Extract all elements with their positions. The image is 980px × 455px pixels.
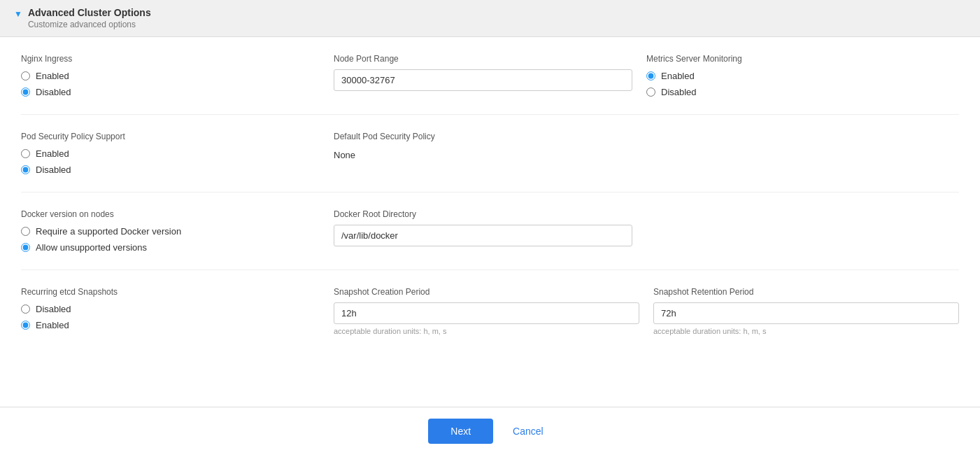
etcd-enabled-label[interactable]: Enabled xyxy=(36,320,69,330)
pod-security-enabled-label[interactable]: Enabled xyxy=(36,148,69,159)
snapshot-retention-hint: acceptable duration units: h, m, s xyxy=(653,327,959,335)
metrics-server-section: Metrics Server Monitoring Enabled Disabl… xyxy=(646,54,959,97)
nginx-ingress-radio-group: Enabled Disabled xyxy=(21,71,320,97)
pod-security-disabled-radio[interactable] xyxy=(21,165,30,174)
node-port-range-input[interactable] xyxy=(334,69,632,91)
snapshot-creation-input[interactable] xyxy=(334,302,639,324)
divider-3 xyxy=(21,270,959,270)
metrics-disabled-label[interactable]: Disabled xyxy=(661,87,697,97)
metrics-enabled-radio[interactable] xyxy=(646,71,655,80)
default-pod-security-label: Default Pod Security Policy xyxy=(334,132,632,141)
section-header: ▼ Advanced Cluster Options Customize adv… xyxy=(0,0,980,37)
etcd-disabled-radio[interactable] xyxy=(21,304,30,314)
docker-root-field: Docker Root Directory xyxy=(334,209,632,246)
section-title: Advanced Cluster Options xyxy=(28,7,151,18)
snapshot-retention-input[interactable] xyxy=(653,302,959,324)
node-port-range-section: Node Port Range xyxy=(334,54,646,97)
nginx-ingress-enabled-radio[interactable] xyxy=(21,71,30,80)
metrics-disabled-item[interactable]: Disabled xyxy=(646,87,945,97)
snapshot-creation-hint: acceptable duration units: h, m, s xyxy=(334,327,639,335)
docker-allow-radio[interactable] xyxy=(21,243,30,252)
placeholder-col-1 xyxy=(646,132,959,175)
docker-require-label[interactable]: Require a supported Docker version xyxy=(36,226,181,237)
metrics-server-label: Metrics Server Monitoring xyxy=(646,54,945,64)
footer: Next Cancel xyxy=(0,407,980,455)
docker-version-section: Docker version on nodes Require a suppor… xyxy=(21,209,334,253)
docker-require-item[interactable]: Require a supported Docker version xyxy=(21,226,320,237)
snapshot-creation-label: Snapshot Creation Period xyxy=(334,287,639,297)
page-wrapper: ▼ Advanced Cluster Options Customize adv… xyxy=(0,0,980,455)
divider-2 xyxy=(21,192,959,192)
metrics-disabled-radio[interactable] xyxy=(646,88,655,97)
etcd-disabled-item[interactable]: Disabled xyxy=(21,304,320,314)
section-subtitle: Customize advanced options xyxy=(28,20,151,29)
default-pod-security-section: Default Pod Security Policy None xyxy=(334,132,646,175)
pod-security-disabled-item[interactable]: Disabled xyxy=(21,164,320,175)
pod-security-enabled-item[interactable]: Enabled xyxy=(21,148,320,159)
etcd-enabled-item[interactable]: Enabled xyxy=(21,320,320,330)
chevron-icon: ▼ xyxy=(14,9,22,19)
cancel-button[interactable]: Cancel xyxy=(504,419,552,444)
next-button[interactable]: Next xyxy=(428,419,493,444)
row-1: Nginx Ingress Enabled Disabled Node Port… xyxy=(21,54,959,97)
nginx-ingress-enabled-label[interactable]: Enabled xyxy=(36,71,69,81)
snapshot-retention-field: Snapshot Retention Period acceptable dur… xyxy=(653,287,959,335)
nginx-ingress-section: Nginx Ingress Enabled Disabled xyxy=(21,54,334,97)
etcd-snapshots-label: Recurring etcd Snapshots xyxy=(21,287,320,297)
pod-security-radio-group: Enabled Disabled xyxy=(21,148,320,175)
default-pod-security-value: None xyxy=(334,147,632,160)
snapshot-retention-label: Snapshot Retention Period xyxy=(653,287,959,297)
nginx-ingress-enabled-item[interactable]: Enabled xyxy=(21,71,320,81)
docker-version-label: Docker version on nodes xyxy=(21,209,320,219)
main-content: Nginx Ingress Enabled Disabled Node Port… xyxy=(0,37,980,407)
metrics-enabled-item[interactable]: Enabled xyxy=(646,71,945,81)
etcd-snapshots-section: Recurring etcd Snapshots Disabled Enable… xyxy=(21,287,334,330)
docker-allow-label[interactable]: Allow unsupported versions xyxy=(36,242,147,253)
row-3: Docker version on nodes Require a suppor… xyxy=(21,209,959,253)
divider-1 xyxy=(21,114,959,115)
nginx-ingress-disabled-radio[interactable] xyxy=(21,88,30,97)
placeholder-col-2 xyxy=(646,209,959,253)
row-2: Pod Security Policy Support Enabled Disa… xyxy=(21,132,959,175)
docker-require-radio[interactable] xyxy=(21,227,30,236)
docker-root-section: Docker Root Directory xyxy=(334,209,646,253)
row-4: Recurring etcd Snapshots Disabled Enable… xyxy=(21,287,959,335)
section-header-text: Advanced Cluster Options Customize advan… xyxy=(28,7,151,29)
nginx-ingress-disabled-label[interactable]: Disabled xyxy=(36,87,71,97)
docker-root-input[interactable] xyxy=(334,225,632,246)
default-pod-security-field: Default Pod Security Policy None xyxy=(334,132,632,160)
docker-root-label: Docker Root Directory xyxy=(334,209,632,219)
etcd-disabled-label[interactable]: Disabled xyxy=(36,304,71,314)
pod-security-section: Pod Security Policy Support Enabled Disa… xyxy=(21,132,334,175)
etcd-enabled-radio[interactable] xyxy=(21,321,30,330)
metrics-server-radio-group: Enabled Disabled xyxy=(646,71,945,97)
node-port-range-label: Node Port Range xyxy=(334,54,632,64)
snapshot-fields: Snapshot Creation Period acceptable dura… xyxy=(334,287,959,335)
pod-security-enabled-radio[interactable] xyxy=(21,149,30,158)
node-port-range-field: Node Port Range xyxy=(334,54,632,91)
metrics-enabled-label[interactable]: Enabled xyxy=(661,71,695,81)
etcd-snapshots-radio-group: Disabled Enabled xyxy=(21,304,320,330)
nginx-ingress-disabled-item[interactable]: Disabled xyxy=(21,87,320,97)
snapshot-creation-field: Snapshot Creation Period acceptable dura… xyxy=(334,287,639,335)
pod-security-disabled-label[interactable]: Disabled xyxy=(36,164,71,175)
docker-allow-item[interactable]: Allow unsupported versions xyxy=(21,242,320,253)
docker-version-radio-group: Require a supported Docker version Allow… xyxy=(21,226,320,253)
nginx-ingress-label: Nginx Ingress xyxy=(21,54,320,64)
pod-security-label: Pod Security Policy Support xyxy=(21,132,320,141)
